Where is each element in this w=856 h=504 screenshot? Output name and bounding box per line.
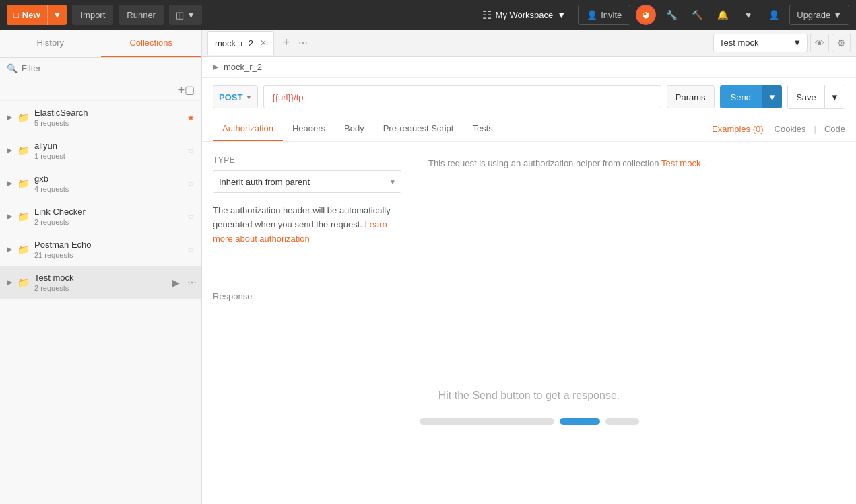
sidebar-filter-bar: 🔍: [0, 58, 201, 79]
url-input[interactable]: [263, 85, 661, 108]
eye-icon-button[interactable]: 👁: [810, 34, 829, 52]
request-breadcrumb: ▶ mock_r_2: [202, 57, 856, 78]
response-bar-long: [420, 418, 554, 425]
runner-button[interactable]: Runner: [119, 5, 164, 25]
auth-panel: TYPE Inherit auth from parentNo AuthAPI …: [202, 142, 856, 283]
collection-count: 2 requests: [34, 218, 185, 226]
collection-item-link-checker[interactable]: ▶ 📁 Link Checker 2 requests ☆: [0, 200, 201, 233]
request-builder: POST ▼ Params Send ▼ Save ▼: [202, 78, 856, 116]
upgrade-button[interactable]: Upgrade ▼: [789, 5, 849, 25]
upgrade-arrow: ▼: [833, 10, 842, 20]
method-selector[interactable]: POST ▼: [213, 85, 258, 108]
collection-item-test-mock[interactable]: ▶ 📁 Test mock 2 requests ☆ ▶ ⋯: [0, 266, 201, 299]
new-tab-button[interactable]: +: [277, 34, 296, 52]
chevron-right-icon: ▶: [7, 146, 13, 155]
expand-action-button[interactable]: ▶: [169, 276, 183, 289]
folder-icon: 📁: [18, 145, 29, 156]
invite-button[interactable]: 👤 Invite: [578, 5, 630, 25]
folder-icon: 📁: [18, 244, 29, 255]
sidebar: History Collections 🔍 +▢ ▶ 📁 ElasticSear…: [0, 30, 202, 504]
new-button[interactable]: □ New ▼: [7, 5, 67, 25]
save-dropdown-button[interactable]: ▼: [824, 85, 845, 108]
request-nav-tabs: Authorization Headers Body Pre-request S…: [213, 116, 502, 141]
tools-icon-button[interactable]: 🔨: [687, 5, 707, 25]
layout-icon: ◫: [176, 10, 184, 20]
collection-name: Test mock: [34, 273, 185, 283]
tab-body[interactable]: Body: [335, 116, 374, 141]
collections-tab[interactable]: Collections: [101, 30, 202, 57]
new-dropdown-arrow[interactable]: ▼: [47, 5, 67, 25]
more-action-button[interactable]: ⋯: [185, 276, 199, 289]
breadcrumb-chevron: ▶: [213, 63, 218, 71]
chevron-right-icon: ▶: [7, 113, 13, 122]
folder-icon: 📁: [18, 178, 29, 189]
plus-icon: □: [13, 10, 19, 20]
type-label: TYPE: [213, 155, 401, 165]
wrench-icon-button[interactable]: 🔧: [661, 5, 682, 25]
auth-type-selector[interactable]: Inherit auth from parentNo AuthAPI KeyBe…: [213, 170, 401, 193]
save-button[interactable]: Save: [788, 85, 824, 108]
send-button[interactable]: Send: [720, 85, 762, 108]
cookies-button[interactable]: Cookies: [775, 124, 806, 134]
collection-item-aliyun[interactable]: ▶ 📁 aliyun 1 request ☆: [0, 134, 201, 167]
tab-headers[interactable]: Headers: [283, 116, 335, 141]
request-nav-actions: Examples (0) Cookies | Code: [712, 124, 845, 134]
method-label: POST: [219, 92, 242, 102]
mock-selector[interactable]: Test mock ▼: [713, 34, 808, 52]
code-button[interactable]: Code: [824, 124, 845, 134]
heart-icon-button[interactable]: ♥: [738, 5, 758, 25]
user-icon-button[interactable]: 👤: [764, 5, 784, 25]
import-button[interactable]: Import: [72, 5, 113, 25]
params-button[interactable]: Params: [667, 85, 715, 108]
filter-input[interactable]: [22, 63, 195, 73]
collection-item-postman-echo[interactable]: ▶ 📁 Postman Echo 21 requests ☆: [0, 233, 201, 266]
bell-icon-button[interactable]: 🔔: [713, 5, 733, 25]
star-empty-icon[interactable]: ☆: [187, 146, 195, 155]
collection-name: aliyun: [34, 141, 185, 151]
star-icon[interactable]: ★: [187, 113, 195, 122]
tab-authorization[interactable]: Authorization: [213, 116, 283, 141]
chevron-right-icon: ▶: [7, 212, 13, 221]
collection-link[interactable]: Test mock: [661, 158, 701, 168]
star-empty-icon[interactable]: ☆: [187, 212, 195, 221]
response-bar-visual: [420, 418, 639, 425]
invite-person-icon: 👤: [587, 10, 597, 20]
response-bar-short: [605, 418, 639, 425]
new-collection-button[interactable]: +▢: [178, 83, 195, 96]
request-tab-mock-r2[interactable]: mock_r_2 ✕: [207, 31, 274, 55]
sidebar-actions: +▢: [0, 79, 201, 101]
auth-type-select[interactable]: Inherit auth from parentNo AuthAPI KeyBe…: [213, 170, 401, 193]
method-dropdown-arrow: ▼: [245, 94, 252, 101]
collection-count: 2 requests: [34, 284, 185, 292]
collection-item-gxb[interactable]: ▶ 📁 gxb 4 requests ☆: [0, 167, 201, 200]
send-dropdown-button[interactable]: ▼: [762, 85, 782, 108]
examples-button[interactable]: Examples (0): [712, 124, 764, 134]
topbar: □ New ▼ Import Runner ◫ ▼ ☷ My Workspace…: [0, 0, 856, 30]
tab-more-button[interactable]: ⋯: [298, 38, 308, 48]
tab-close-button[interactable]: ✕: [260, 38, 267, 48]
search-icon: 🔍: [7, 63, 18, 73]
tab-pre-request-script[interactable]: Pre-request Script: [374, 116, 463, 141]
main-layout: History Collections 🔍 +▢ ▶ 📁 ElasticSear…: [0, 30, 856, 504]
star-empty-icon[interactable]: ☆: [187, 245, 195, 254]
sidebar-tabs: History Collections: [0, 30, 201, 58]
tab-tests[interactable]: Tests: [463, 116, 502, 141]
workspace-selector[interactable]: ☷ My Workspace ▼: [475, 5, 573, 25]
sync-indicator: ◕: [636, 5, 656, 25]
star-empty-icon[interactable]: ☆: [187, 179, 195, 188]
history-tab[interactable]: History: [0, 30, 101, 57]
workspace-grid-icon: ☷: [482, 9, 492, 22]
workspace-arrow: ▼: [557, 10, 566, 20]
layout-button[interactable]: ◫ ▼: [169, 5, 202, 25]
collection-count: 5 requests: [34, 119, 185, 127]
response-empty-state: Hit the Send button to get a response.: [202, 310, 856, 504]
response-empty-text: Hit the Send button to get a response.: [438, 390, 620, 402]
chevron-right-icon: ▶: [7, 245, 13, 254]
collection-name: gxb: [34, 174, 185, 184]
collection-item-elasticsearch[interactable]: ▶ 📁 ElasticSearch 5 requests ★: [0, 101, 201, 134]
collection-name: Link Checker: [34, 207, 185, 217]
settings-icon-button[interactable]: ⚙: [832, 34, 851, 52]
collection-name: ElasticSearch: [34, 108, 185, 118]
request-nav: Authorization Headers Body Pre-request S…: [202, 116, 856, 142]
request-tabs-bar: mock_r_2 ✕ + ⋯ Test mock ▼ 👁 ⚙: [202, 30, 856, 57]
